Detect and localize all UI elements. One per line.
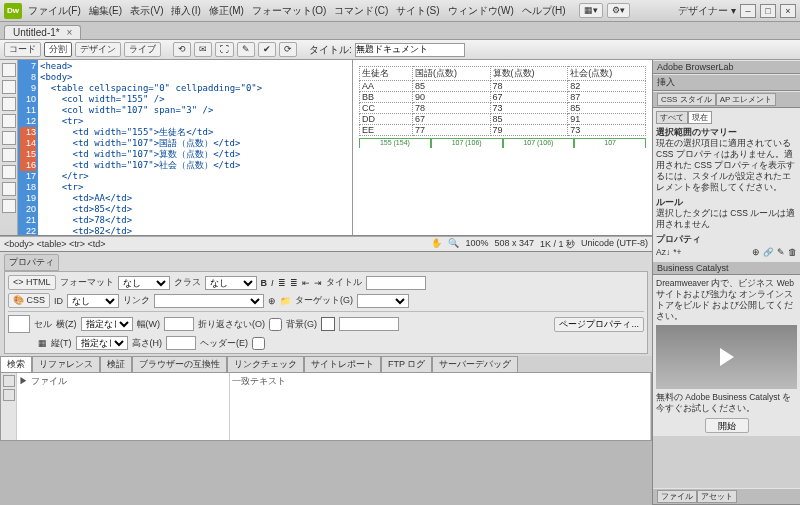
zoom-tool-icon[interactable]: 🔍: [448, 238, 459, 251]
document-tab[interactable]: Untitled-1* ×: [4, 25, 81, 39]
toolbar-icon-4[interactable]: ✎: [237, 42, 255, 57]
toolbar-icon-2[interactable]: ✉: [194, 42, 212, 57]
id-select[interactable]: なし: [67, 294, 119, 308]
list-ol-icon[interactable]: ≣: [290, 278, 298, 288]
html-mode-tab[interactable]: <> HTML: [8, 275, 56, 290]
class-select[interactable]: なし: [205, 276, 257, 290]
gutter-icon[interactable]: [2, 63, 16, 77]
results-run-icon[interactable]: [3, 375, 15, 387]
gutter-icon[interactable]: [2, 97, 16, 111]
toolbar-icon-1[interactable]: ⟲: [173, 42, 191, 57]
toolbar-icon-6[interactable]: ⟳: [279, 42, 297, 57]
width-input[interactable]: [164, 317, 194, 331]
outdent-icon[interactable]: ⇤: [302, 278, 310, 288]
assets-tab[interactable]: アセット: [697, 490, 737, 503]
results-tab[interactable]: ブラウザーの互換性: [132, 356, 227, 372]
toolbar-icon-3[interactable]: ⛶: [215, 42, 234, 57]
results-tab[interactable]: サーバーデバッグ: [432, 356, 518, 372]
css-cascade-icon[interactable]: *+: [673, 247, 681, 258]
menu-edit[interactable]: 編集(E): [89, 4, 122, 18]
format-select[interactable]: なし: [118, 276, 170, 290]
results-stop-icon[interactable]: [3, 389, 15, 401]
design-table[interactable]: 生徒名国語(点数)算数(点数)社会(点数)AA857882BB906787CC7…: [359, 66, 646, 136]
header-checkbox[interactable]: [252, 337, 265, 350]
link-target-icon[interactable]: ⊕: [268, 296, 276, 306]
menu-site[interactable]: サイト(S): [396, 4, 439, 18]
browserlab-panel-header[interactable]: Adobe BrowserLab: [653, 60, 800, 74]
title-input[interactable]: [355, 43, 465, 57]
link-folder-icon[interactable]: 📁: [280, 296, 291, 306]
bc-panel-header[interactable]: Business Catalyst: [653, 261, 800, 275]
css-mode-tab[interactable]: 🎨 CSS: [8, 293, 50, 308]
gutter-icon[interactable]: [2, 199, 16, 213]
gutter-icon[interactable]: [2, 131, 16, 145]
maximize-button[interactable]: □: [760, 4, 776, 18]
design-view[interactable]: 生徒名国語(点数)算数(点数)社会(点数)AA857882BB906787CC7…: [352, 60, 652, 235]
indent-icon[interactable]: ⇥: [314, 278, 322, 288]
css-link-icon[interactable]: 🔗: [763, 247, 774, 258]
menu-modify[interactable]: 修正(M): [209, 4, 244, 18]
close-button[interactable]: ×: [780, 4, 796, 18]
hand-tool-icon[interactable]: ✋: [431, 238, 442, 251]
bc-start-button[interactable]: 開始: [705, 418, 749, 433]
css-add-icon[interactable]: Az↓: [656, 247, 670, 258]
viewport-size[interactable]: 508 x 347: [494, 238, 534, 251]
bold-button[interactable]: B: [261, 278, 268, 288]
height-input[interactable]: [166, 336, 196, 350]
extend-icon[interactable]: ⚙▾: [607, 3, 630, 18]
files-panel-header[interactable]: ファイル アセット: [653, 488, 800, 505]
results-tab[interactable]: 検索: [0, 356, 32, 372]
menu-window[interactable]: ウィンドウ(W): [448, 4, 514, 18]
horz-select[interactable]: 指定なし: [81, 317, 133, 331]
css-new-icon[interactable]: ⊕: [752, 247, 760, 258]
view-design-button[interactable]: デザイン: [75, 42, 121, 57]
document-tab-close[interactable]: ×: [66, 27, 72, 38]
results-tab[interactable]: リファレンス: [32, 356, 100, 372]
results-tab[interactable]: サイトレポート: [304, 356, 381, 372]
nowrap-checkbox[interactable]: [269, 318, 282, 331]
gutter-icon[interactable]: [2, 165, 16, 179]
title2-input[interactable]: [366, 276, 426, 290]
view-code-button[interactable]: コード: [4, 42, 41, 57]
css-trash-icon[interactable]: 🗑: [788, 247, 797, 258]
menu-file[interactable]: ファイル(F): [28, 4, 81, 18]
menu-view[interactable]: 表示(V): [130, 4, 163, 18]
italic-button[interactable]: I: [271, 278, 274, 288]
vert-select[interactable]: 指定なし: [76, 336, 128, 350]
css-styles-tab[interactable]: CSS スタイル: [657, 93, 716, 106]
tag-breadcrumb[interactable]: <body> <table> <tr> <td>: [4, 239, 106, 249]
gutter-icon[interactable]: [2, 148, 16, 162]
menu-commands[interactable]: コマンド(C): [334, 4, 388, 18]
workspace-switcher[interactable]: デザイナー ▾: [678, 4, 736, 18]
zoom-value[interactable]: 100%: [465, 238, 488, 251]
view-split-button[interactable]: 分割: [44, 42, 72, 57]
bc-promo-image[interactable]: [656, 325, 797, 389]
results-tab[interactable]: FTP ログ: [381, 356, 432, 372]
menu-format[interactable]: フォーマット(O): [252, 4, 326, 18]
gutter-icon[interactable]: [2, 182, 16, 196]
link-select[interactable]: [154, 294, 264, 308]
css-all-tab[interactable]: すべて: [656, 111, 688, 124]
view-live-button[interactable]: ライブ: [124, 42, 161, 57]
ap-elements-tab[interactable]: AP エレメント: [716, 93, 777, 106]
page-properties-button[interactable]: ページプロパティ...: [554, 317, 644, 332]
css-current-tab[interactable]: 現在: [688, 111, 712, 124]
code-view[interactable]: 7891011121314151617181920212223242526272…: [18, 60, 352, 235]
toolbar-icon-5[interactable]: ✔: [258, 42, 276, 57]
menu-insert[interactable]: 挿入(I): [171, 4, 200, 18]
insert-panel-header[interactable]: 挿入: [653, 74, 800, 91]
properties-title[interactable]: プロパティ: [4, 254, 59, 271]
merge-split-icon[interactable]: ▦: [38, 338, 47, 348]
gutter-icon[interactable]: [2, 80, 16, 94]
target-select[interactable]: [357, 294, 409, 308]
minimize-button[interactable]: –: [740, 4, 756, 18]
menu-help[interactable]: ヘルプ(H): [522, 4, 566, 18]
layout-icon[interactable]: ▦▾: [579, 3, 603, 18]
bg-swatch[interactable]: [321, 317, 335, 331]
results-tab[interactable]: リンクチェック: [227, 356, 304, 372]
bg-input[interactable]: [339, 317, 399, 331]
list-ul-icon[interactable]: ≣: [278, 278, 286, 288]
css-edit-icon[interactable]: ✎: [777, 247, 785, 258]
files-tab[interactable]: ファイル: [657, 490, 697, 503]
cell-icon[interactable]: [8, 315, 30, 333]
